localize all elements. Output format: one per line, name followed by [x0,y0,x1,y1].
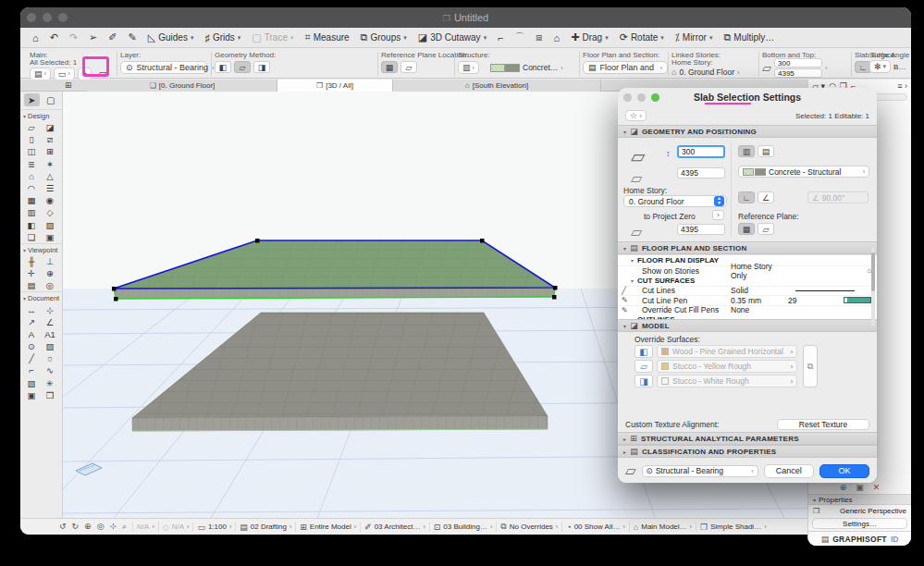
back-button[interactable]: ↺ [57,522,68,532]
dimension-tool[interactable]: ↔ [22,303,41,315]
polyline-tool[interactable]: ⌐ [22,364,41,376]
window-tool[interactable]: ⊞ [41,145,59,157]
status-scale[interactable]: ▭ 1:100 › [192,522,235,532]
slab-edge-face-icon[interactable]: ▱ [634,360,653,373]
fit-button[interactable]: ⌂ [549,31,565,44]
dialog-scrollbar-thumb[interactable] [871,252,875,291]
top-elevation-input[interactable] [774,58,822,68]
delete-icon[interactable]: ✕ [873,483,881,492]
slab-top-face-icon[interactable]: ◧ [634,345,653,358]
layer-combo[interactable]: ⊙ Structural - Bearing › [120,61,207,74]
override-cut-fill-pens-row[interactable]: ✎ Override Cut Fill Pens None [618,305,877,315]
fillet-button[interactable]: ⌐ [493,31,508,44]
circle-tool[interactable]: ○ [41,352,59,364]
titlebar[interactable]: ❒Untitled [20,7,911,28]
status-model-view[interactable]: ⊡ 03 Building… › [429,522,496,532]
ref-plane-bottom-button[interactable]: ▱ [400,61,417,73]
hatch-tool[interactable]: ▧ [22,377,41,389]
favorites-star-button[interactable]: ☆ › [625,110,647,121]
guides-button[interactable]: ◺ Guides ▾ [143,31,199,44]
walk-button[interactable]: ⊹ [108,522,119,532]
status-design-option[interactable]: ⌂ Main Model… › [629,522,696,532]
drawing-tool[interactable]: ❒ [41,389,59,401]
object-tool[interactable]: ❏ [22,231,41,243]
grid-element-tool[interactable]: ▥ [22,206,41,218]
footer-layer-combo[interactable]: ⊙ Structural - Bearing › [642,465,758,477]
mesh-tool[interactable]: △ [41,170,59,182]
arrow-tool-button[interactable]: ➢ [84,31,102,44]
text-tool[interactable]: A [22,328,41,340]
orbit-button[interactable]: ◎ [95,522,106,532]
cut-line-pen-row[interactable]: ✎ Cut Line Pen 0.35 mm 29 [618,295,877,305]
floor-plan-display-combo[interactable]: ▤ Floor Plan and Section… › [583,61,668,74]
lamp-tool[interactable]: ✶ [41,158,59,170]
grids-button[interactable]: ♯ Grids ▾ [200,31,245,44]
thickness-input[interactable] [677,145,725,158]
arrow-tool[interactable]: ➤ [24,93,40,106]
railing-tool[interactable]: ☰ [41,182,59,194]
3d-view-tool[interactable]: ⊕ [41,267,59,279]
skylight-tool[interactable]: ▨ [41,219,59,231]
status-structure-display[interactable]: ⊞ Entire Model › [295,522,360,532]
opening-tool[interactable]: ◧ [22,219,41,231]
level-dimension-tool[interactable]: ⊹ [41,303,59,315]
cancel-button[interactable]: Cancel [764,464,814,478]
slab-bottom-face-icon[interactable]: ◨ [634,375,653,388]
tab-ground-floor[interactable]: ❏ [0. Ground Floor] [88,80,277,92]
geometry-section-header[interactable]: ▾◪ GEOMETRY AND POSITIONING [618,125,877,138]
worksheet-tool[interactable]: ▤ [22,279,41,291]
marquee-tool[interactable]: ▢ [43,93,58,106]
measure-button[interactable]: ⌗ Measure [300,31,353,44]
structure-basic-button[interactable]: ▥ [738,145,755,157]
pen-set-button[interactable]: ▤ › [30,68,51,80]
rotate-button[interactable]: ⟳ Rotate ▾ [615,31,669,44]
marquee-options-button[interactable]: ▭ › [54,68,75,80]
home-button[interactable]: ⌂ [28,31,43,44]
beam-tool[interactable]: ⧄ [41,133,59,145]
column-tool[interactable]: ▯ [22,133,41,145]
groups-button[interactable]: ⧉ Groups ▾ [356,31,412,44]
structure-composite-button[interactable]: ▤ [758,145,774,157]
structural-section-header[interactable]: ▸⊞ STRUCTURAL ANALYTICAL PARAMETERS [618,432,877,445]
toolbox-section-design[interactable]: ▾Design [20,109,62,121]
roof-tool[interactable]: ⌂ [22,170,41,182]
properties-header[interactable]: ▾ Properties [808,494,911,505]
zoom-select-button[interactable]: ⌕ [120,522,129,532]
morph-tool[interactable]: ◇ [41,206,59,218]
home-story-value[interactable]: 0. Ground Floor [679,68,734,77]
project-zero-chevron-button[interactable]: › [712,210,724,220]
top-surface-row[interactable]: ◧ Wood - Pine Grained Horizontal› [634,345,797,358]
cutaway-button[interactable]: ◪ 3D Cutaway ▾ [413,31,491,44]
floor-plan-section-header[interactable]: ▾▤ FLOOR PLAN AND SECTION [618,241,877,254]
mirror-button[interactable]: ⁒ Mirror ▾ [671,31,718,44]
spline-tool[interactable]: ∿ [41,364,59,376]
show-on-stories-row[interactable]: Show on Stories Home Story Only ⌂ [618,265,877,276]
project-zero-input[interactable] [677,224,725,235]
edge-vertical-button[interactable]: ∟ [738,191,755,203]
resize-button[interactable]: ⧈ [532,31,548,44]
section-tool[interactable]: ╫ [22,255,41,267]
view-name-row[interactable]: ❒ Generic Perspective [808,507,911,515]
cut-lines-row[interactable]: ╱ Cut Lines Solid [618,286,877,296]
curtain-wall-tool[interactable]: ▦ [22,194,41,206]
structure-type-button[interactable]: ▥ › [458,61,479,74]
zoom-in-button[interactable]: ⊕ [82,522,93,532]
bottom-surface-row[interactable]: ◨ Stucco - White Rough› [634,375,797,388]
reference-plane-top-button[interactable]: ▦ [738,223,755,235]
frame-icon[interactable]: ▣ [856,483,864,492]
drag-button[interactable]: ✚ Drag ▾ [566,31,612,44]
elevation-tool[interactable]: ⊥ [41,255,59,267]
settings-button[interactable]: Settings… [812,518,907,529]
geometry-method-slant-button[interactable]: ◨ [253,61,270,73]
trace-button[interactable]: ▢ Trace ▾ [247,31,298,44]
add-property-icon[interactable]: ⊕ [840,483,847,492]
quick-options-icon[interactable]: ⊞ [65,80,72,90]
status-layer-combination[interactable]: ▤ 02 Drafting › [235,522,295,532]
toolbox-section-document[interactable]: ▾Document [20,291,62,303]
tab-3d-all[interactable]: ❒ [3D / All] [277,80,393,92]
status-overrides[interactable]: ⧉ No Overrides › [496,522,561,532]
figure-tool[interactable]: ▣ [41,231,59,243]
dialog-titlebar[interactable]: Slab Selection Settings [618,88,877,106]
reset-texture-button[interactable]: Reset Texture [777,419,869,430]
reference-plane-bottom-button[interactable]: ▱ [758,223,774,235]
